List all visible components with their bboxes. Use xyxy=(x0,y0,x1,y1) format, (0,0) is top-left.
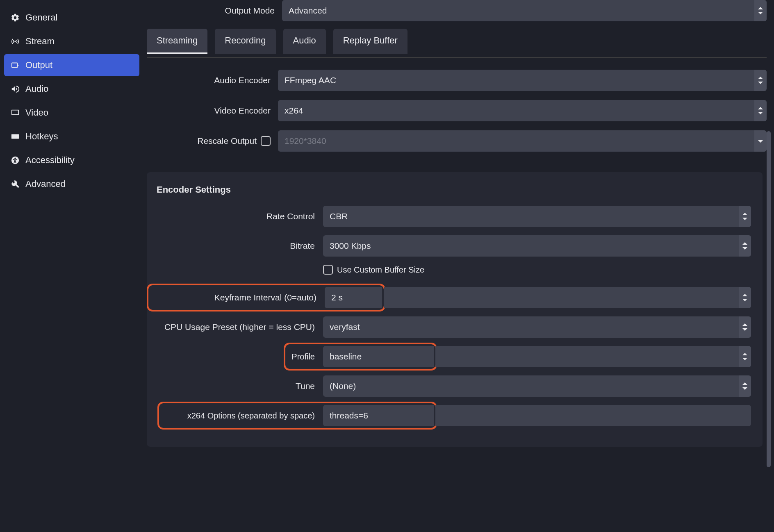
sidebar-item-hotkeys[interactable]: Hotkeys xyxy=(4,125,139,148)
tune-value: (None) xyxy=(330,381,356,391)
audio-encoder-value: FFmpeg AAC xyxy=(285,75,336,85)
tab-streaming[interactable]: Streaming xyxy=(147,29,207,54)
video-encoder-value: x264 xyxy=(285,106,303,116)
settings-sidebar: General Stream Output Audio Video Hotkey… xyxy=(0,0,143,532)
speaker-icon xyxy=(11,84,25,93)
keyboard-icon xyxy=(11,132,25,141)
sidebar-item-stream[interactable]: Stream xyxy=(4,30,139,52)
tab-label: Recording xyxy=(225,35,266,45)
profile-label: Profile xyxy=(287,352,323,361)
rate-control-value: CBR xyxy=(330,211,348,221)
audio-encoder-label: Audio Encoder xyxy=(147,75,278,85)
tab-label: Audio xyxy=(293,35,316,45)
tune-select[interactable]: (None) xyxy=(323,375,751,397)
rescale-output-checkbox[interactable] xyxy=(261,136,271,146)
keyframe-interval-spinner-value-edge: 2 s xyxy=(325,287,382,308)
sidebar-item-label: Audio xyxy=(25,84,48,94)
sidebar-item-output[interactable]: Output xyxy=(4,54,139,76)
rate-control-label: Rate Control xyxy=(147,211,323,221)
accessibility-icon xyxy=(11,156,25,165)
rate-control-select[interactable]: CBR xyxy=(323,206,751,227)
select-stepper-icon xyxy=(739,316,751,338)
profile-select-value-edge: baseline xyxy=(323,346,434,367)
scrollbar[interactable] xyxy=(767,131,772,521)
rescale-output-placeholder: 1920*3840 xyxy=(285,136,326,146)
sidebar-item-accessibility[interactable]: Accessibility xyxy=(4,149,139,171)
keyframe-interval-label: Keyframe Interval (0=auto) xyxy=(150,293,325,302)
sidebar-item-label: Accessibility xyxy=(25,155,75,166)
sidebar-item-label: Video xyxy=(25,107,48,118)
cpu-preset-select[interactable]: veryfast xyxy=(323,316,751,338)
select-stepper-icon xyxy=(739,346,751,367)
select-stepper-icon xyxy=(739,375,751,397)
bitrate-value: 3000 Kbps xyxy=(330,241,371,251)
rescale-output-select[interactable]: 1920*3840 xyxy=(278,130,767,152)
custom-buffer-checkbox[interactable] xyxy=(323,265,333,275)
sidebar-item-label: Hotkeys xyxy=(25,131,58,142)
x264-options-label: x264 Options (separated by space) xyxy=(161,411,323,421)
tab-label: Replay Buffer xyxy=(343,35,398,45)
video-encoder-select[interactable]: x264 xyxy=(278,100,767,121)
profile-select[interactable] xyxy=(435,346,751,367)
tools-icon xyxy=(11,180,25,189)
sidebar-item-label: Output xyxy=(25,60,52,70)
sidebar-item-label: Stream xyxy=(25,36,55,47)
profile-value: baseline xyxy=(330,352,362,361)
highlight-keyframe: Keyframe Interval (0=auto) 2 s xyxy=(147,284,385,311)
x264-options-input-value-edge: threads=6 xyxy=(323,405,434,426)
output-mode-select[interactable]: Advanced xyxy=(282,0,767,21)
x264-options-input[interactable] xyxy=(435,405,751,426)
tab-audio[interactable]: Audio xyxy=(283,29,326,54)
tab-replay-buffer[interactable]: Replay Buffer xyxy=(333,29,407,54)
tab-recording[interactable]: Recording xyxy=(215,29,275,54)
settings-main: Output Mode Advanced Streaming Recording… xyxy=(143,0,774,532)
cpu-preset-label: CPU Usage Preset (higher = less CPU) xyxy=(147,322,323,332)
select-stepper-icon xyxy=(739,206,751,227)
spinner-stepper-icon xyxy=(739,287,751,308)
sidebar-item-general[interactable]: General xyxy=(4,7,139,29)
highlight-profile: Profile baseline xyxy=(284,343,437,371)
antenna-icon xyxy=(11,37,25,46)
gear-icon xyxy=(11,13,25,22)
output-icon xyxy=(11,61,25,70)
encoder-settings-title: Encoder Settings xyxy=(147,182,763,206)
rescale-output-label: Rescale Output xyxy=(147,136,278,146)
monitor-icon xyxy=(11,108,25,117)
select-stepper-icon xyxy=(754,0,767,21)
spinner-stepper-icon xyxy=(739,235,751,257)
output-tabs: Streaming Recording Audio Replay Buffer xyxy=(147,29,774,54)
sidebar-item-label: General xyxy=(25,12,57,23)
sidebar-item-video[interactable]: Video xyxy=(4,102,139,124)
video-encoder-label: Video Encoder xyxy=(147,106,278,116)
sidebar-item-advanced[interactable]: Advanced xyxy=(4,173,139,195)
custom-buffer-label: Use Custom Buffer Size xyxy=(337,265,424,275)
highlight-x264-options: x264 Options (separated by space) thread… xyxy=(157,402,437,430)
keyframe-interval-value: 2 s xyxy=(331,293,343,302)
sidebar-item-audio[interactable]: Audio xyxy=(4,78,139,100)
bitrate-label: Bitrate xyxy=(147,241,323,251)
x264-options-value: threads=6 xyxy=(330,411,368,421)
tune-label: Tune xyxy=(147,381,323,391)
encoder-settings-panel: Encoder Settings Rate Control CBR Bitrat… xyxy=(147,172,763,447)
bitrate-spinner[interactable]: 3000 Kbps xyxy=(323,235,751,257)
keyframe-interval-spinner[interactable] xyxy=(384,287,751,308)
cpu-preset-value: veryfast xyxy=(330,322,360,332)
select-stepper-icon xyxy=(754,100,767,121)
select-stepper-icon xyxy=(754,70,767,91)
scrollbar-thumb[interactable] xyxy=(767,131,771,467)
tab-label: Streaming xyxy=(157,35,198,45)
output-mode-value: Advanced xyxy=(289,6,327,16)
output-mode-label: Output Mode xyxy=(147,6,282,16)
audio-encoder-select[interactable]: FFmpeg AAC xyxy=(278,70,767,91)
sidebar-item-label: Advanced xyxy=(25,179,66,189)
chevron-down-icon xyxy=(754,130,767,152)
